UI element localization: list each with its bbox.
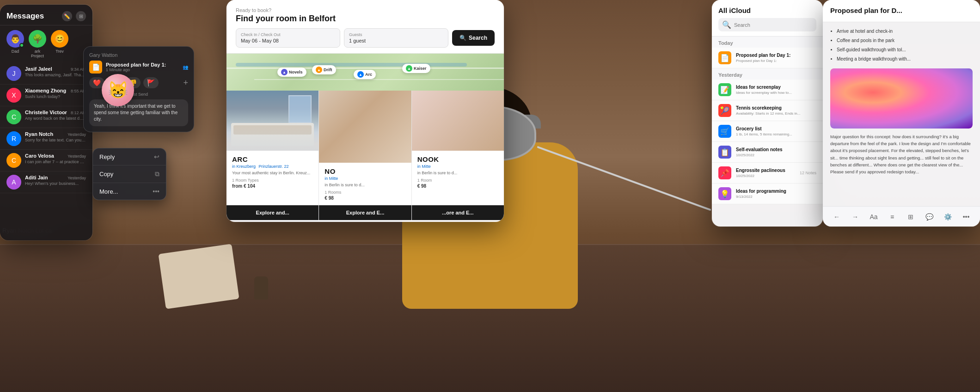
image-content xyxy=(830,68,973,129)
msg-preview-aditi: Hey! When's your business... xyxy=(25,181,86,186)
note-item-screenplay[interactable]: 📝 Ideas for screenplay Ideas for screenp… xyxy=(712,80,823,100)
conversation-ryan[interactable]: R Ryan Notch Yesterday Sorry for the lat… xyxy=(0,128,92,150)
toolbar-comment-icon[interactable]: 💬 xyxy=(923,210,936,223)
conversation-jasif[interactable]: J Jasif Jaleel 9:34 AM This looks amazin… xyxy=(0,63,92,85)
notes-search-input[interactable] xyxy=(734,22,798,28)
search-btn-label: Search xyxy=(469,35,487,41)
hotel-panel: Ready to book? Find your room in Belfort… xyxy=(227,0,504,222)
note-icon-proposed: 📄 xyxy=(718,51,731,64)
compose-icon[interactable]: ✏️ xyxy=(62,11,72,21)
conversation-xiaomeng[interactable]: X Xiaomeng Zhong 8:55 AM Sushi lunch tod… xyxy=(0,85,92,106)
context-reply[interactable]: Reply ↩ xyxy=(93,148,166,165)
hotel-no-body: NO in Mitte in Berlin is sure to d... 1 … xyxy=(319,163,411,205)
note-icon-self-eval: 📋 xyxy=(718,146,731,159)
hotel-no-subtitle: in Mitte xyxy=(325,176,338,181)
map-pin-novels-label: Novels xyxy=(289,70,303,74)
note-item-grocery[interactable]: 🛒 Grocery list 1 lb, 14 items, 5 items r… xyxy=(712,121,823,142)
map-pin-novels[interactable]: ▲ Novels xyxy=(277,67,306,77)
hotel-guests-field[interactable]: Guests 1 guest xyxy=(344,28,448,48)
conversation-aditi[interactable]: A Aditi Jain Yesterday Hey! When's your … xyxy=(0,172,92,193)
note-item-engrosite[interactable]: 📌 Engrossite paclineous 10/25/2022 12 No… xyxy=(712,163,823,184)
more-reactions[interactable]: + xyxy=(183,78,188,88)
note-content-tennis: Tennis scorekeeping Availability: Starts… xyxy=(736,105,816,116)
hotel-map[interactable]: ▲ Novels ▲ Drift ▲ Arc ▲ Kaiser xyxy=(227,54,504,91)
note-name-programming: Ideas for programming xyxy=(736,189,816,194)
note-title: Proposed plan for Day 1: xyxy=(106,62,179,67)
chat-detail-window: Gary Watton 📄 Proposed plan for Day 1: 1… xyxy=(83,46,194,132)
msg-preview-caro: I can join after 7 -- at practice until … xyxy=(25,159,86,164)
hotel-nook-desc: in Berlin is sure to d... xyxy=(417,171,498,176)
reaction-flag[interactable]: 🚩 xyxy=(143,77,159,88)
chat-note-header: 📄 Proposed plan for Day 1: 1 Minute ago … xyxy=(89,61,188,74)
hotel-card-nook-image xyxy=(412,91,504,151)
note-item-proposed-plan[interactable]: 📄 Proposed plan for Day 1: Proposed plan… xyxy=(712,48,823,68)
note-item-self-eval[interactable]: 📋 Self-evaluation notes 10/25/2022 xyxy=(712,142,823,163)
map-pin-kaiser[interactable]: ▲ Kaiser xyxy=(402,64,430,73)
hotel-no-btn[interactable]: Explore and E... xyxy=(319,205,411,220)
hotel-nook-price: € 98 xyxy=(417,184,498,189)
avatar-dad[interactable]: 👨 Dad xyxy=(6,30,24,58)
context-more-label: More... xyxy=(99,188,118,195)
map-pin-arc-label: Arc xyxy=(365,72,372,77)
context-menu: Reply ↩ Copy ⧉ More... ••• xyxy=(92,148,166,200)
filter-icon[interactable]: ⊞ xyxy=(76,11,86,21)
note-meta-proposed: Proposed plan for Day 1: xyxy=(736,59,816,63)
hotel-card-no: NO in Mitte in Berlin is sure to d... 1 … xyxy=(319,91,411,220)
msg-name-jasif: Jasif Jaleel xyxy=(25,66,52,72)
note-meta-grocery: 1 lb, 14 items, 5 items remaining... xyxy=(736,132,816,136)
map-pin-drift[interactable]: ▲ Drift xyxy=(312,65,336,74)
toolbar-forward-icon[interactable]: → xyxy=(849,210,862,223)
hotel-checkin-field[interactable]: Check In / Check Out May 06 - May 08 xyxy=(236,28,340,48)
note-icon-orange: 📄 xyxy=(89,61,102,74)
toolbar-back-icon[interactable]: ← xyxy=(830,210,843,223)
hotel-card-nook: NOOK in Mitte in Berlin is sure to d... … xyxy=(412,91,504,220)
note-item-1: Arrive at hotel and check-in xyxy=(837,28,973,35)
toolbar-more-icon[interactable]: ••• xyxy=(960,210,973,223)
online-indicator xyxy=(19,43,24,48)
note-name-proposed: Proposed plan for Day 1: xyxy=(736,53,816,58)
note-name-engrosite: Engrossite paclineous xyxy=(736,168,795,173)
notes-search-bar[interactable]: 🔍 xyxy=(718,18,816,31)
toolbar-list-icon[interactable]: ≡ xyxy=(886,210,899,223)
conversation-christelle[interactable]: C Christelle Victoor 8:12 AM Any word ba… xyxy=(0,106,92,128)
toolbar-table-icon[interactable]: ⊞ xyxy=(904,210,917,223)
note-item-tennis[interactable]: 🎾 Tennis scorekeeping Availability: Star… xyxy=(712,100,823,121)
context-more[interactable]: More... ••• xyxy=(93,183,166,200)
avatar-aditi: A xyxy=(6,175,21,190)
notebook xyxy=(158,244,239,309)
msg-content-caro: Caro Velosa Yesterday I can join after 7… xyxy=(25,153,86,164)
msg-time-aditi: Yesterday xyxy=(67,176,86,180)
avatar-trev[interactable]: 😊 Trev xyxy=(51,30,68,58)
hotel-nook-name: NOOK xyxy=(417,155,498,163)
note-name-self-eval: Self-evaluation notes xyxy=(736,147,816,152)
msg-name-aditi: Aditi Jain xyxy=(25,175,48,180)
avatar-project[interactable]: 🌳 arkProject xyxy=(29,30,46,58)
hotel-arc-btn[interactable]: Explore and... xyxy=(227,205,318,220)
msg-content-jasif: Jasif Jaleel 9:34 AM This looks amazing,… xyxy=(25,66,86,77)
hotel-arc-desc: Your most authentic stay in Berlin. Kreu… xyxy=(232,171,313,176)
map-road1 xyxy=(227,67,504,69)
note-subtitle: 1 Minute ago xyxy=(106,67,179,72)
hotel-arc-types: 1 Room Types xyxy=(232,178,313,183)
toolbar-format-icon[interactable]: Aa xyxy=(867,210,880,223)
context-copy[interactable]: Copy ⧉ xyxy=(93,165,166,183)
checkin-value: May 06 - May 08 xyxy=(241,38,279,43)
msg-header-caro: Caro Velosa Yesterday xyxy=(25,153,86,159)
map-pin-arc[interactable]: ▲ Arc xyxy=(354,70,376,79)
toolbar-settings-icon[interactable]: ⚙️ xyxy=(941,210,954,223)
note-content-programming: Ideas for programming 9/13/2022 xyxy=(736,189,816,199)
drift-pin-icon: ▲ xyxy=(316,67,322,73)
notes-section-yesterday: Yesterday xyxy=(712,68,823,80)
chat-bubble-2: Yeah, I think it's important that we get… xyxy=(89,99,188,126)
conversation-caro[interactable]: C Caro Velosa Yesterday I can join after… xyxy=(0,150,92,172)
note-item-programming[interactable]: 💡 Ideas for programming 9/13/2022 xyxy=(712,184,823,204)
hotel-search-button[interactable]: 🔍 Search xyxy=(452,30,495,46)
hotel-arc-link[interactable]: Prinzlauerstr. 22 xyxy=(259,164,289,169)
hotel-nook-btn[interactable]: ...ore and E... xyxy=(412,205,504,220)
avatar-project-label: arkProject xyxy=(31,49,44,58)
hotel-card-arc-image xyxy=(227,91,318,151)
msg-content-aditi: Aditi Jain Yesterday Hey! When's your bu… xyxy=(25,175,86,186)
hotel-no-types: 1 Rooms xyxy=(325,190,405,195)
context-copy-label: Copy xyxy=(99,171,113,178)
avatar-jasif: J xyxy=(6,66,21,81)
